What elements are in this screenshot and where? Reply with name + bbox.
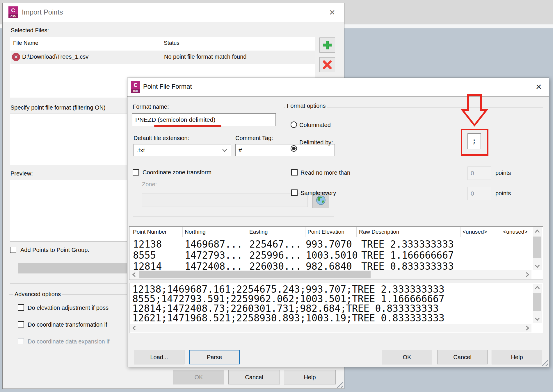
elevation-adjustment-label: Do elevation adjustment if poss bbox=[28, 305, 109, 311]
scroll-down-icon[interactable] bbox=[533, 262, 542, 270]
coord-zone-label: Coordinate zone transform bbox=[141, 169, 213, 176]
raw-line: 12138;1469687.161;2254675.243;993.707;TR… bbox=[132, 284, 444, 294]
grid-cell: 226030... bbox=[249, 262, 301, 271]
grid-header-point-number[interactable]: Point Number bbox=[133, 229, 167, 235]
format-options-label: Format options bbox=[285, 103, 327, 109]
scroll-down-icon[interactable] bbox=[533, 315, 542, 323]
grid-cell: 1469687... bbox=[185, 239, 243, 249]
scrollbar-thumb[interactable] bbox=[533, 293, 541, 311]
scroll-left-icon[interactable] bbox=[130, 324, 138, 332]
load-button[interactable]: Load... bbox=[134, 350, 184, 364]
specify-format-label: Specify point file format (filtering ON) bbox=[10, 104, 106, 111]
columnated-label: Columnated bbox=[299, 122, 331, 128]
delimited-by-radio[interactable] bbox=[291, 145, 297, 152]
raw-horizontal-scrollbar[interactable] bbox=[130, 324, 531, 332]
column-divider bbox=[460, 227, 460, 237]
close-icon[interactable]: ✕ bbox=[536, 83, 542, 91]
grid-header-unused-1[interactable]: <unused> bbox=[463, 229, 487, 235]
default-extension-label: Default file extension: bbox=[134, 135, 189, 142]
parse-button[interactable]: Parse bbox=[189, 350, 240, 364]
import-help-button[interactable]: Help bbox=[284, 370, 336, 384]
status-cell: No point file format match found bbox=[164, 53, 246, 60]
sample-every-checkbox[interactable] bbox=[291, 189, 298, 196]
zone-input-disabled bbox=[142, 194, 308, 207]
coordinate-transformation-checkbox[interactable] bbox=[18, 321, 24, 327]
grid-cell: 1003.5010 bbox=[306, 250, 358, 260]
read-no-more-input-disabled: 0 bbox=[467, 167, 491, 180]
comment-tag-value: # bbox=[239, 147, 242, 154]
column-divider bbox=[182, 227, 183, 237]
format-options-groupbox bbox=[284, 107, 543, 157]
column-divider bbox=[247, 227, 247, 237]
grid-cell: 8555 bbox=[133, 250, 156, 260]
default-extension-dropdown[interactable]: .txt bbox=[134, 144, 231, 156]
grid-header-unused-2[interactable]: <unused> bbox=[503, 229, 528, 235]
sample-every-label: Sample every bbox=[300, 190, 336, 196]
grid-cell: 982.6840 bbox=[306, 262, 352, 271]
format-name-input[interactable]: PNEZD (semicolon delimited) bbox=[132, 113, 276, 126]
scroll-right-icon[interactable] bbox=[523, 324, 531, 332]
grid-vertical-scrollbar[interactable] bbox=[533, 227, 542, 270]
import-ok-button: OK bbox=[173, 370, 224, 384]
close-icon[interactable]: ✕ bbox=[329, 9, 335, 16]
delimited-by-label: Delimited by: bbox=[299, 139, 333, 146]
column-divider bbox=[501, 227, 501, 237]
scroll-right-icon[interactable] bbox=[523, 270, 531, 279]
chevron-down-icon[interactable] bbox=[222, 148, 227, 152]
pff-help-button[interactable]: Help bbox=[492, 350, 542, 364]
sample-every-value: 0 bbox=[471, 190, 474, 197]
grid-cell: 993.7070 bbox=[306, 239, 352, 249]
annotation-highlight-box bbox=[461, 129, 488, 156]
grid-cell: TREE 1.166666667 bbox=[361, 250, 454, 260]
point-file-format-dialog: C C3D Point File Format ✕ Format name: P… bbox=[127, 78, 549, 367]
grid-cell: 225467... bbox=[249, 239, 301, 249]
scroll-left-icon[interactable] bbox=[130, 270, 138, 279]
grid-header-northing[interactable]: Northing bbox=[185, 229, 206, 235]
status-column-header[interactable]: Status bbox=[164, 40, 179, 46]
plus-icon bbox=[322, 40, 332, 50]
table-row[interactable]: ✕ D:\Download\Trees_1.csv No point file … bbox=[10, 51, 315, 64]
grid-horizontal-scrollbar[interactable] bbox=[130, 270, 531, 279]
pff-titlebar[interactable]: C C3D Point File Format ✕ bbox=[127, 78, 549, 96]
coordinate-expansion-label: Do coordinate data expansion if bbox=[28, 338, 109, 345]
coord-zone-checkbox[interactable] bbox=[133, 169, 139, 176]
raw-vertical-scrollbar[interactable] bbox=[533, 284, 542, 323]
resize-grip[interactable] bbox=[336, 380, 343, 388]
grid-header-easting[interactable]: Easting bbox=[249, 229, 268, 235]
sample-every-input-disabled: 0 bbox=[467, 187, 491, 200]
columnated-radio[interactable] bbox=[291, 121, 297, 128]
scrollbar-thumb[interactable] bbox=[533, 237, 541, 258]
grid-header-raw-description[interactable]: Raw Description bbox=[359, 229, 399, 235]
pff-cancel-button[interactable]: Cancel bbox=[437, 350, 488, 364]
read-points-label: points bbox=[495, 170, 511, 176]
add-points-label: Add Points to Point Group. bbox=[19, 247, 90, 253]
read-no-more-checkbox[interactable] bbox=[291, 169, 298, 176]
pff-ok-button[interactable]: OK bbox=[382, 350, 432, 364]
read-no-more-value: 0 bbox=[471, 170, 474, 177]
c3d-app-icon: C C3D bbox=[8, 6, 18, 18]
import-points-titlebar[interactable]: C C3D Import Points ✕ bbox=[3, 3, 344, 22]
parsed-columns-grid[interactable]: Point Number Northing Easting Point Elev… bbox=[129, 226, 543, 280]
screen: C C3D Import Points ✕ Selected Files: Fi… bbox=[0, 0, 553, 392]
add-file-button[interactable] bbox=[319, 37, 335, 53]
grid-cell: 1472793... bbox=[185, 250, 243, 260]
preview-label: Preview: bbox=[10, 170, 33, 177]
import-cancel-button[interactable]: Cancel bbox=[228, 370, 280, 384]
pff-title: Point File Format bbox=[143, 83, 192, 90]
remove-file-button[interactable] bbox=[319, 57, 335, 72]
file-name-column-header[interactable]: File Name bbox=[13, 40, 38, 46]
scroll-up-icon[interactable] bbox=[533, 227, 542, 235]
raw-file-preview[interactable]: 12138;1469687.161;2254675.243;993.707;TR… bbox=[129, 283, 543, 333]
elevation-adjustment-checkbox[interactable] bbox=[18, 304, 24, 311]
scrollbar-thumb[interactable] bbox=[139, 271, 371, 278]
default-extension-value: .txt bbox=[137, 147, 145, 154]
annotation-underline bbox=[154, 125, 221, 127]
add-points-checkbox[interactable] bbox=[10, 247, 16, 253]
zone-label: Zone: bbox=[142, 181, 157, 188]
grid-cell: TREE 0.833333333 bbox=[361, 262, 454, 271]
column-divider bbox=[305, 227, 305, 237]
coordinate-expansion-checkbox-disabled bbox=[18, 338, 24, 344]
scroll-up-icon[interactable] bbox=[533, 284, 542, 292]
grid-cell: 12138 bbox=[133, 239, 162, 249]
grid-header-point-elevation[interactable]: Point Elevation bbox=[307, 229, 344, 235]
